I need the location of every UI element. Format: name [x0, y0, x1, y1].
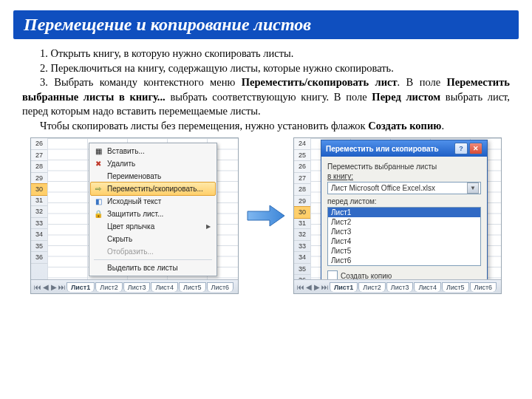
row-header[interactable]: 32 — [31, 206, 47, 218]
row-header[interactable]: 32 — [294, 229, 310, 241]
row-header[interactable]: 31 — [294, 218, 310, 230]
row-header[interactable]: 34 — [294, 252, 310, 264]
book-combo[interactable]: Лист Microsoft Office Excel.xlsx ▼ — [327, 182, 481, 194]
arrow-icon — [246, 202, 286, 229]
row-header[interactable]: 27 — [294, 173, 310, 185]
before-sheet-list[interactable]: Лист1Лист2Лист3Лист4Лист5Лист6(перемести… — [327, 207, 481, 266]
row-header[interactable]: 35 — [31, 241, 47, 253]
tab-nav-last-icon[interactable]: ⏭ — [58, 282, 66, 291]
ctx-protect[interactable]: 🔒Защитить лист... — [91, 208, 215, 220]
dialog-close-button[interactable]: ✕ — [469, 143, 482, 154]
ctx-insert[interactable]: ▦Вставить... — [91, 145, 215, 157]
delete-icon: ✖ — [93, 159, 103, 169]
ctx-unhide[interactable]: Отобразить... — [91, 245, 215, 258]
slide-title: Перемещение и копирование листов — [24, 15, 508, 35]
ctx-delete[interactable]: ✖Удалить — [91, 157, 215, 170]
tab-nav-prev-icon[interactable]: ◀ — [42, 282, 50, 291]
lock-icon: 🔒 — [93, 209, 103, 219]
list-item[interactable]: (переместить в конец) — [328, 265, 480, 266]
insert-cells-icon: ▦ — [93, 146, 103, 157]
excel-left: 2627282930313233343536 ▦Вставить... ✖Уда… — [30, 137, 239, 294]
row-header[interactable]: 28 — [294, 184, 310, 196]
row-header[interactable]: 36 — [31, 252, 47, 264]
color-icon — [93, 222, 103, 232]
note-copy: Чтобы скопировать листы без перемещения,… — [22, 119, 510, 134]
svg-marker-0 — [248, 205, 284, 226]
sheet-tab[interactable]: Лист2 — [358, 282, 386, 292]
create-copy-label: Создать копию — [341, 272, 392, 280]
excel-right: 2425262728293031323334353637 Переместить… — [293, 137, 502, 294]
book-label: в книгу: — [327, 172, 481, 180]
dialog-body: Переместить выбранные листы в книгу: Лис… — [321, 157, 487, 294]
ctx-move-copy[interactable]: ⇨Переместить/скопировать... — [90, 182, 216, 196]
tab-nav-next-icon[interactable]: ▶ — [50, 282, 58, 291]
tab-nav-last-icon[interactable]: ⏭ — [321, 282, 329, 291]
sheet-tab[interactable]: Лист6 — [207, 282, 234, 292]
tab-nav-prev-icon[interactable]: ◀ — [305, 282, 313, 291]
row-header[interactable]: 27 — [31, 150, 47, 162]
row-header[interactable]: 30 — [293, 206, 311, 219]
row-header[interactable]: 26 — [294, 161, 310, 173]
row-header[interactable]: 31 — [31, 195, 47, 207]
ctx-tab-color[interactable]: Цвет ярлычка▶ — [91, 220, 215, 233]
list-item[interactable]: Лист3 — [328, 227, 480, 236]
ctx-separator — [94, 259, 212, 260]
row-header[interactable]: 24 — [294, 138, 310, 150]
chevron-down-icon: ▼ — [467, 183, 479, 194]
sheet-tab[interactable]: Лист1 — [66, 282, 95, 292]
instruction-text: 1. Открыть книгу, в которую нужно скопир… — [22, 47, 510, 133]
row-header[interactable]: 25 — [294, 150, 310, 162]
sheet-tab[interactable]: Лист5 — [179, 282, 206, 292]
move-label: Переместить выбранные листы — [327, 163, 481, 171]
code-icon: ◧ — [93, 197, 103, 207]
submenu-arrow-icon: ▶ — [206, 223, 211, 230]
tab-strip-right: ⏮ ◀ ▶ ⏭ Лист1Лист2Лист3Лист4Лист5Лист6 — [294, 279, 501, 293]
tab-nav-next-icon[interactable]: ▶ — [313, 282, 321, 291]
sheet-tab[interactable]: Лист6 — [470, 282, 497, 292]
list-item[interactable]: Лист4 — [328, 236, 480, 246]
list-item[interactable]: Лист2 — [328, 217, 480, 227]
sheet-tab[interactable]: Лист5 — [442, 282, 469, 292]
ctx-view-code[interactable]: ◧Исходный текст — [91, 195, 215, 208]
tab-strip-left: ⏮ ◀ ▶ ⏭ Лист1Лист2Лист3Лист4Лист5Лист6 — [31, 279, 238, 293]
before-label: перед листом: — [327, 197, 481, 205]
sheet-tab[interactable]: Лист3 — [386, 282, 414, 292]
sheet-tab[interactable]: Лист3 — [123, 282, 151, 292]
tab-nav-first-icon[interactable]: ⏮ — [34, 282, 41, 291]
arrow — [246, 202, 286, 229]
step-1: 1. Открыть книгу, в которую нужно скопир… — [22, 47, 510, 61]
row-header[interactable]: 35 — [294, 264, 310, 276]
book-combo-value: Лист Microsoft Office Excel.xlsx — [331, 184, 435, 192]
row-header[interactable]: 29 — [31, 173, 47, 185]
ctx-hide[interactable]: Скрыть — [91, 233, 215, 245]
row-headers-left: 2627282930313233343536 — [31, 138, 48, 280]
row-header[interactable]: 28 — [31, 161, 47, 173]
sheet-tab[interactable]: Лист4 — [151, 282, 178, 292]
ctx-rename[interactable]: Переименовать — [91, 170, 215, 183]
sheet-tab[interactable]: Лист1 — [330, 282, 358, 292]
step-3: 3. Выбрать команду контекстного меню Пер… — [22, 75, 510, 119]
list-item[interactable]: Лист1 — [328, 208, 480, 217]
row-header[interactable]: 34 — [31, 229, 47, 241]
tab-nav-first-icon[interactable]: ⏮ — [297, 282, 304, 291]
move-copy-dialog: Переместить или скопировать ? ✕ Перемест… — [321, 140, 488, 294]
row-headers-right: 2425262728293031323334353637 — [294, 138, 311, 280]
list-item[interactable]: Лист5 — [328, 246, 480, 256]
sheet-tab[interactable]: Лист2 — [95, 282, 123, 292]
ctx-select-all[interactable]: Выделить все листы — [91, 262, 215, 274]
context-menu: ▦Вставить... ✖Удалить Переименовать ⇨Пер… — [89, 143, 217, 276]
row-header[interactable]: 26 — [31, 138, 47, 150]
dialog-help-button[interactable]: ? — [454, 143, 468, 154]
list-item[interactable]: Лист6 — [328, 256, 480, 265]
figures-row: 2627282930313233343536 ▦Вставить... ✖Уда… — [15, 137, 517, 294]
row-header[interactable]: 33 — [31, 218, 47, 230]
dialog-titlebar: Переместить или скопировать ? ✕ — [321, 140, 487, 157]
sheet-tab[interactable]: Лист4 — [414, 282, 441, 292]
dialog-title: Переместить или скопировать — [326, 145, 439, 153]
row-header[interactable]: 30 — [30, 183, 48, 196]
row-header[interactable]: 33 — [294, 241, 310, 253]
slide-title-bar: Перемещение и копирование листов — [13, 10, 519, 39]
step-2: 2. Переключиться на книгу, содержащую ли… — [22, 61, 510, 76]
rename-icon — [93, 171, 103, 182]
row-header[interactable]: 29 — [294, 196, 310, 208]
